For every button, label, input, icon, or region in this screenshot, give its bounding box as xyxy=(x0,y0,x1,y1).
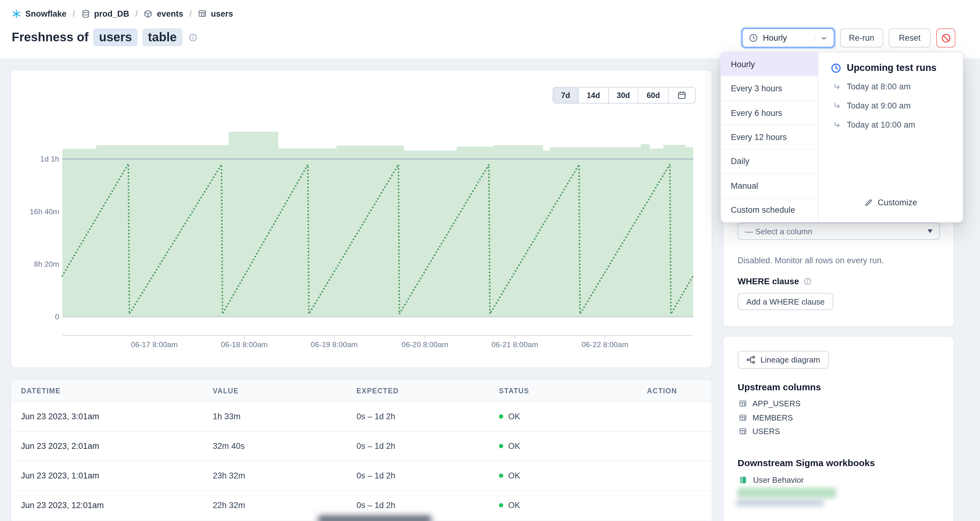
svg-text:0: 0 xyxy=(55,313,59,321)
blurred-content xyxy=(318,515,432,521)
reset-button[interactable]: Reset xyxy=(889,29,931,48)
freshness-chart: 06-17 8:00am06-18 8:00am06-19 8:00am06-2… xyxy=(11,118,713,361)
disable-monitor-button[interactable] xyxy=(936,29,955,48)
cell-status: OK xyxy=(499,471,647,480)
lineage-diagram-button[interactable]: Lineage diagram xyxy=(738,351,829,369)
breadcrumb-item-schema[interactable]: events xyxy=(144,9,183,18)
column-select[interactable]: — Select a column xyxy=(738,222,940,240)
cell-expected: 0s – 1d 2h xyxy=(356,442,499,451)
schedule-option[interactable]: Custom schedule xyxy=(721,198,818,222)
table-icon xyxy=(739,414,747,422)
workbook-label: User Behavior xyxy=(753,475,804,484)
table-icon xyxy=(198,9,207,18)
schedule-option[interactable]: Every 12 hours xyxy=(721,125,818,150)
cell-value: 1h 33m xyxy=(213,412,356,421)
clock-icon xyxy=(749,33,758,43)
rerun-button[interactable]: Re-run xyxy=(840,29,883,48)
cell-status: OK xyxy=(499,500,647,510)
status-ok-dot xyxy=(499,473,503,478)
schedule-option[interactable]: Daily xyxy=(721,149,818,174)
title-chip-table-name: users xyxy=(94,29,138,46)
table-header-row: DATETIME VALUE EXPECTED STATUS ACTION xyxy=(11,380,712,402)
upstream-column-item[interactable]: APP_USERS xyxy=(739,399,800,408)
sigma-workbook-icon xyxy=(739,475,748,484)
cell-datetime: Jun 23 2023, 12:01am xyxy=(21,500,213,510)
cell-datetime: Jun 23 2023, 3:01am xyxy=(21,412,213,421)
column-header: ACTION xyxy=(647,387,712,394)
schedule-dropdown-button[interactable]: Hourly xyxy=(742,29,834,48)
upcoming-run-time: Today at 10:00 am xyxy=(847,120,915,131)
cell-value: 22h 32m xyxy=(213,500,356,510)
customize-schedule-link[interactable]: Customize xyxy=(818,198,963,207)
status-label: OK xyxy=(508,412,520,421)
status-ok-dot xyxy=(499,415,503,419)
status-label: OK xyxy=(508,442,520,451)
breadcrumb-label: events xyxy=(157,9,183,18)
cell-expected: 0s – 1d 2h xyxy=(356,412,499,421)
snowflake-logo xyxy=(12,9,21,18)
select-caret-icon xyxy=(928,229,932,233)
svg-text:06-17 8:00am: 06-17 8:00am xyxy=(131,340,178,349)
lineage-card: Lineage diagram Upstream columns APP_USE… xyxy=(723,336,954,521)
breadcrumb-label: prod_DB xyxy=(94,9,129,18)
calendar-icon xyxy=(677,91,686,100)
schedule-dropdown-value: Hourly xyxy=(763,33,787,43)
schedule-option[interactable]: Every 6 hours xyxy=(721,101,818,125)
schedule-option[interactable]: Manual xyxy=(721,174,818,198)
pencil-icon xyxy=(864,198,873,207)
page-title: Freshness of users table xyxy=(12,29,197,46)
cube-icon xyxy=(144,9,153,18)
cell-status: OK xyxy=(499,442,647,451)
blurred-content xyxy=(736,499,824,506)
schedule-options-menu: Hourly Every 3 hours Every 6 hours Every… xyxy=(721,52,818,222)
info-icon[interactable] xyxy=(188,33,197,41)
breadcrumb-item-table[interactable]: users xyxy=(198,9,233,18)
cell-datetime: Jun 23 2023, 1:01am xyxy=(21,471,213,480)
upcoming-run-time: Today at 9:00 am xyxy=(847,100,911,111)
schedule-option[interactable]: Hourly xyxy=(721,52,818,77)
breadcrumb-separator: / xyxy=(189,9,192,18)
reset-label: Reset xyxy=(899,33,921,43)
status-ok-dot xyxy=(499,444,503,448)
upstream-column-item[interactable]: MEMBERS xyxy=(739,413,793,423)
where-clause-text: WHERE clause xyxy=(738,276,799,286)
workbook-item[interactable]: User Behavior xyxy=(739,475,804,484)
range-button[interactable]: 7d xyxy=(553,87,579,103)
breadcrumb-item-snowflake[interactable]: Snowflake xyxy=(12,9,67,18)
column-header: VALUE xyxy=(213,387,356,394)
range-button[interactable]: 30d xyxy=(608,87,639,103)
column-header: DATETIME xyxy=(21,387,213,394)
info-icon[interactable] xyxy=(803,277,811,285)
svg-text:06-21 8:00am: 06-21 8:00am xyxy=(492,340,538,349)
cell-value: 23h 32m xyxy=(213,471,356,480)
status-label: OK xyxy=(508,500,520,510)
upcoming-run: Today at 9:00 am xyxy=(833,100,950,111)
rerun-label: Re-run xyxy=(849,33,875,43)
range-button[interactable]: 60d xyxy=(638,87,668,103)
add-where-clause-button[interactable]: Add a WHERE clause xyxy=(738,293,833,310)
where-clause-label: WHERE clause xyxy=(738,276,811,286)
top-bar: Snowflake / prod_DB / events / xyxy=(0,0,980,59)
breadcrumb-item-database[interactable]: prod_DB xyxy=(81,9,129,18)
breadcrumb-label: users xyxy=(211,9,233,18)
downstream-workbooks-title: Downstream Sigma workbooks xyxy=(738,457,875,468)
ban-icon xyxy=(941,33,951,43)
app: Snowflake / prod_DB / events / xyxy=(0,0,980,521)
freshness-chart-card: 7d 14d 30d 60d 06-17 8:00am06-18 8:00am0… xyxy=(11,70,712,368)
custom-date-range-button[interactable] xyxy=(668,87,696,103)
table-row: Jun 23 2023, 3:01am 1h 33m 0s – 1d 2h OK xyxy=(11,402,712,432)
svg-text:06-22 8:00am: 06-22 8:00am xyxy=(582,340,628,349)
svg-text:06-18 8:00am: 06-18 8:00am xyxy=(221,340,268,349)
breadcrumb-label: Snowflake xyxy=(25,9,67,18)
cell-expected: 0s – 1d 2h xyxy=(356,471,499,480)
status-ok-dot xyxy=(499,503,503,507)
table-row: Jun 23 2023, 2:01am 32m 40s 0s – 1d 2h O… xyxy=(11,432,712,461)
range-button[interactable]: 14d xyxy=(578,87,609,103)
schedule-option[interactable]: Every 3 hours xyxy=(721,77,818,101)
upstream-column-item[interactable]: USERS xyxy=(739,427,780,436)
monitor-disabled-note: Disabled. Monitor all rows on every run. xyxy=(738,256,884,265)
lineage-icon xyxy=(746,355,756,364)
title-prefix: Freshness of xyxy=(12,30,89,44)
upstream-column-label: APP_USERS xyxy=(752,399,800,408)
cell-value: 32m 40s xyxy=(213,442,356,451)
